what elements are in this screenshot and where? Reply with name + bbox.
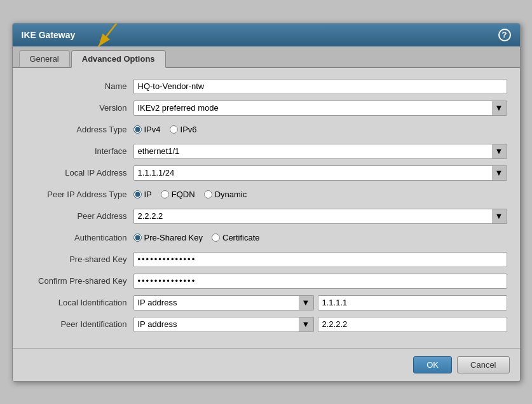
preshared-label: Pre-Shared Key: [144, 233, 203, 242]
peer-ip-type-label: Peer IP Address Type: [25, 190, 133, 199]
preshared-key-row: Pre-shared Key: [25, 251, 507, 268]
radio-preshared[interactable]: Pre-Shared Key: [133, 233, 203, 242]
title-bar: IKE Gateway ?: [13, 24, 520, 46]
confirm-preshared-key-row: Confirm Pre-shared Key: [25, 273, 507, 289]
interface-label: Interface: [25, 146, 133, 156]
local-id-row: Local Identification IP address ▼: [25, 295, 507, 311]
version-label: Version: [25, 103, 133, 113]
local-id-type-select[interactable]: IP address: [133, 295, 314, 310]
radio-ip[interactable]: IP: [133, 190, 152, 199]
peer-address-select-wrapper: 2.2.2.2 ▼: [133, 209, 507, 224]
address-type-row: Address Type IPv4 IPv6: [25, 122, 507, 138]
local-id-label: Local Identification: [25, 298, 133, 307]
cancel-button[interactable]: Cancel: [457, 356, 509, 373]
ip-label: IP: [144, 190, 152, 199]
dynamic-label: Dynamic: [215, 190, 247, 199]
interface-select[interactable]: ethernet1/1: [133, 144, 507, 159]
address-type-group: IPv4 IPv6: [133, 125, 197, 134]
radio-fqdn[interactable]: FQDN: [161, 190, 195, 199]
version-row: Version IKEv1 IKEv2 IKEv2 preferred mode…: [25, 100, 507, 116]
local-ip-select-wrapper: 1.1.1.1/24 ▼: [133, 165, 507, 181]
preshared-key-input[interactable]: [133, 252, 507, 267]
address-type-label: Address Type: [25, 125, 133, 134]
peer-ip-type-row: Peer IP Address Type IP FQDN Dynamic: [25, 186, 507, 203]
ike-gateway-dialog: IKE Gateway ? General Advanced Options N…: [12, 23, 521, 382]
version-select[interactable]: IKEv1 IKEv2 IKEv2 preferred mode: [133, 101, 507, 116]
peer-id-value-input[interactable]: [318, 317, 507, 332]
name-row: Name: [25, 78, 507, 95]
peer-address-label: Peer Address: [25, 211, 133, 221]
peer-id-row: Peer Identification IP address ▼: [25, 316, 507, 333]
local-ip-label: Local IP Address: [25, 168, 133, 178]
tab-general[interactable]: General: [19, 50, 70, 67]
help-icon[interactable]: ?: [498, 29, 511, 41]
local-ip-row: Local IP Address 1.1.1.1/24 ▼: [25, 165, 507, 181]
interface-select-wrapper: ethernet1/1 ▼: [133, 144, 507, 159]
fqdn-label: FQDN: [172, 190, 195, 199]
local-id-value-input[interactable]: [318, 295, 507, 310]
version-select-wrapper: IKEv1 IKEv2 IKEv2 preferred mode ▼: [133, 101, 507, 116]
ok-button[interactable]: OK: [413, 356, 452, 373]
peer-address-select[interactable]: 2.2.2.2: [133, 209, 507, 224]
tabs-bar: General Advanced Options: [13, 46, 520, 68]
radio-dynamic[interactable]: Dynamic: [204, 190, 247, 199]
local-ip-select[interactable]: 1.1.1.1/24: [133, 165, 507, 181]
name-label: Name: [25, 81, 133, 91]
peer-id-type-wrapper: IP address ▼: [133, 317, 314, 332]
authentication-row: Authentication Pre-Shared Key Certificat…: [25, 230, 507, 246]
tab-advanced-options[interactable]: Advanced Options: [71, 50, 166, 68]
radio-ipv6[interactable]: IPv6: [170, 125, 197, 134]
name-input[interactable]: [133, 79, 507, 94]
peer-id-type-select[interactable]: IP address: [133, 317, 314, 332]
confirm-preshared-key-label: Confirm Pre-shared Key: [25, 276, 133, 286]
ipv6-label: IPv6: [181, 125, 197, 134]
peer-address-row: Peer Address 2.2.2.2 ▼: [25, 208, 507, 225]
dialog-footer: OK Cancel: [13, 348, 520, 381]
interface-row: Interface ethernet1/1 ▼: [25, 143, 507, 160]
form-content: Name Version IKEv1 IKEv2 IKEv2 preferred…: [13, 68, 520, 348]
tab-area: General Advanced Options: [13, 46, 520, 68]
radio-certificate[interactable]: Certificate: [212, 233, 260, 242]
radio-ipv4[interactable]: IPv4: [133, 125, 161, 134]
authentication-label: Authentication: [25, 233, 133, 242]
peer-id-fields: IP address ▼: [133, 317, 507, 332]
certificate-label: Certificate: [222, 233, 260, 242]
confirm-preshared-key-input[interactable]: [133, 274, 507, 289]
peer-ip-type-group: IP FQDN Dynamic: [133, 190, 247, 199]
peer-id-label: Peer Identification: [25, 319, 133, 329]
local-id-fields: IP address ▼: [133, 295, 507, 310]
ipv4-label: IPv4: [144, 125, 161, 134]
local-id-type-wrapper: IP address ▼: [133, 295, 314, 310]
preshared-key-label: Pre-shared Key: [25, 254, 133, 264]
authentication-group: Pre-Shared Key Certificate: [133, 233, 260, 242]
dialog-title: IKE Gateway: [22, 30, 76, 40]
